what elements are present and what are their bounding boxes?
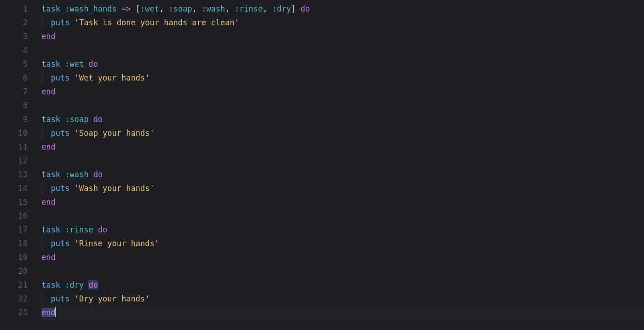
line-number: 7 [0,85,28,98]
code-line[interactable]: puts 'Dry your hands' [41,292,644,306]
token-kw-do: do [88,280,98,289]
token-plain [60,280,65,289]
line-number: 10 [0,126,28,140]
token-plain [88,170,93,179]
code-line[interactable]: task :dry do [41,278,644,292]
token-plain [60,59,65,69]
line-number: 19 [0,250,28,264]
token-plain: , [225,4,234,13]
token-plain [69,294,74,303]
code-line[interactable]: end [41,29,644,43]
token-plain [88,115,93,124]
token-sym: :wet [65,59,84,69]
line-number: 1 [0,2,28,16]
code-line[interactable]: end [41,195,644,209]
token-kw-end: end [41,253,56,262]
token-sym: :soap [168,4,192,13]
line-number: 15 [0,195,28,209]
code-line[interactable]: puts 'Wash your hands' [41,181,644,195]
indent-guide [42,237,42,250]
token-method: puts [51,18,69,27]
token-kw-task: task [41,225,60,234]
code-line[interactable] [41,154,644,168]
code-line[interactable]: task :wet do [41,57,644,71]
code-content-area[interactable]: task :wash_hands => [:wet, :soap, :wash,… [41,2,644,330]
code-line[interactable]: task :rinse do [41,223,644,237]
code-line[interactable]: puts 'Task is done your hands are clean' [41,16,644,29]
indentation [41,128,51,138]
code-line[interactable]: puts 'Wet your hands' [41,71,644,85]
code-editor[interactable]: 1234567891011121314151617181920212223 ta… [0,2,644,330]
token-sym: :rinse [65,225,93,234]
token-method: puts [51,294,69,303]
token-plain [69,184,74,193]
line-number: 6 [0,71,28,85]
code-line[interactable]: puts 'Rinse your hands' [41,237,644,250]
line-number: 18 [0,237,28,250]
token-sym: :wash [65,170,88,179]
line-number: 22 [0,292,28,306]
token-kw-do: do [93,170,103,179]
token-op: => [121,4,131,13]
code-line[interactable]: end [41,306,644,319]
code-line[interactable]: end [41,250,644,264]
token-str: 'Wet your hands' [75,73,150,82]
indent-guide [42,126,42,140]
line-number: 12 [0,154,28,168]
token-str: 'Soap your hands' [75,128,155,138]
indentation [41,18,51,27]
indentation [41,239,51,248]
token-plain [84,59,88,69]
token-plain [117,4,121,13]
token-str: 'Rinse your hands' [75,239,159,248]
code-line[interactable]: end [41,140,644,154]
line-number: 5 [0,57,28,71]
line-number: 16 [0,209,28,223]
token-sym: :rinse [235,4,263,13]
line-number: 4 [0,43,28,57]
line-number: 9 [0,112,28,126]
token-plain [131,4,136,13]
token-bracket: [ [136,4,140,13]
line-number: 20 [0,264,28,278]
token-plain: , [159,4,168,13]
code-line[interactable]: end [41,85,644,98]
token-plain [93,225,98,234]
line-number: 14 [0,181,28,195]
line-number: 21 [0,278,28,292]
indent-guide [42,181,42,195]
token-sym: :wash [201,4,225,13]
current-line-highlight [41,306,644,319]
indentation [41,73,51,82]
code-line[interactable]: puts 'Soap your hands' [41,126,644,140]
token-str: 'Task is done your hands are clean' [75,18,239,27]
token-sym: :wet [140,4,159,13]
token-bracket: ] [291,4,296,13]
line-number: 8 [0,98,28,112]
indentation [41,184,51,193]
code-line[interactable]: task :soap do [41,112,644,126]
token-method: puts [51,239,69,248]
token-plain [60,115,65,124]
token-kw-end: end [41,32,56,41]
code-line[interactable]: task :wash_hands => [:wet, :soap, :wash,… [41,2,644,16]
token-plain [69,18,74,27]
code-line[interactable] [41,43,644,57]
token-plain [84,280,88,289]
code-line[interactable]: task :wash do [41,168,644,181]
token-sym: :dry [272,4,291,13]
token-str: 'Dry your hands' [75,294,150,303]
token-method: puts [51,73,69,82]
token-plain [60,225,65,234]
token-plain [60,4,65,13]
token-kw-task: task [41,115,60,124]
token-plain [69,239,74,248]
code-line[interactable] [41,264,644,278]
line-number: 23 [0,306,28,319]
token-kw-task: task [41,4,60,13]
token-str: 'Wash your hands' [75,184,155,193]
code-line[interactable] [41,98,644,112]
code-line[interactable] [41,209,644,223]
indent-guide [42,16,42,29]
token-method: puts [51,184,69,193]
